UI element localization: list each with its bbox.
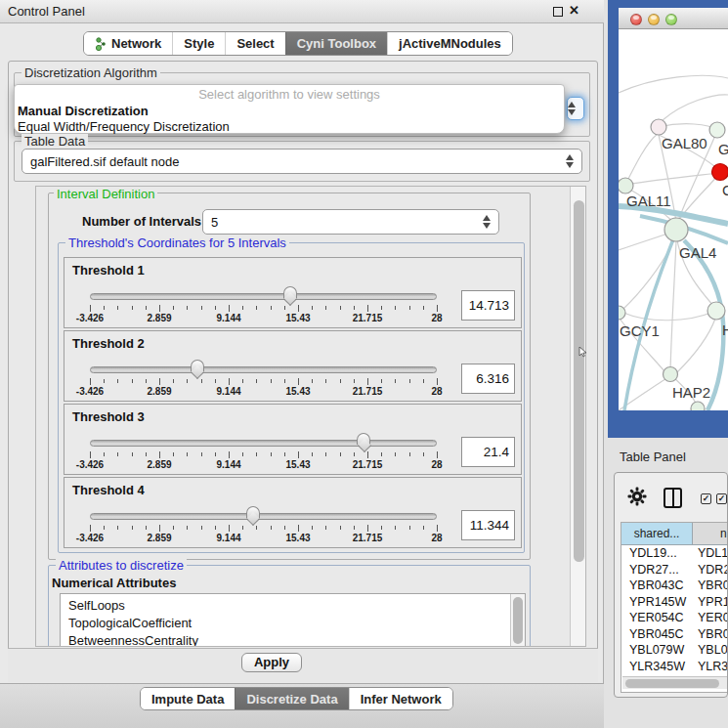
- threshold-value-field[interactable]: 6.316: [461, 364, 515, 394]
- float-window-icon[interactable]: [553, 7, 563, 17]
- tab-select[interactable]: Select: [225, 32, 284, 55]
- threshold-value-field[interactable]: 14.713: [461, 290, 515, 321]
- zoom-traffic-light[interactable]: [665, 14, 677, 25]
- gear-icon[interactable]: [627, 487, 647, 510]
- tab-discretize-data[interactable]: Discretize Data: [235, 688, 348, 709]
- number-of-intervals-value: 5: [211, 215, 218, 230]
- numerical-attributes-label: Numerical Attributes: [52, 576, 176, 590]
- numerical-attributes-list[interactable]: SelfLoopsTopologicalCoefficientBetweenne…: [60, 593, 526, 647]
- column-header-name[interactable]: n: [693, 523, 728, 545]
- cell-shared-name: YBR043C: [629, 578, 684, 592]
- network-icon: [95, 37, 107, 51]
- node[interactable]: [707, 302, 725, 320]
- threshold-label: Threshold 3: [72, 409, 145, 424]
- checkbox-icon[interactable]: ✓: [716, 493, 727, 504]
- apply-button[interactable]: Apply: [241, 653, 302, 672]
- attribute-list-item[interactable]: SelfLoops: [61, 597, 525, 615]
- node-hap2[interactable]: [664, 367, 678, 382]
- column-layout-icon[interactable]: [664, 488, 682, 508]
- tab-style[interactable]: Style: [172, 32, 225, 55]
- slider-track[interactable]: [90, 293, 437, 300]
- slider-tick-labels: -3.4262.8599.14415.4321.71528: [90, 313, 437, 324]
- tab-label: Discretize Data: [246, 692, 337, 707]
- tab-network[interactable]: Network: [84, 32, 172, 55]
- network-window-titlebar: [619, 8, 728, 29]
- table-panel-strip: Table Panel: [604, 438, 728, 472]
- cyni-mode-tab-bar: Impute Data Discretize Data Infer Networ…: [140, 687, 453, 710]
- control-panel-titlebar: Control Panel ✕: [0, 0, 604, 23]
- slider-track[interactable]: [90, 366, 437, 373]
- cell-shared-name: YPR145W: [629, 595, 686, 609]
- table-row[interactable]: YPR145WYPR1: [621, 594, 728, 611]
- table-horizontal-scrollbar[interactable]: [622, 676, 728, 689]
- table-row[interactable]: YLR345WYLR3: [621, 659, 728, 675]
- tab-impute-data[interactable]: Impute Data: [141, 688, 235, 709]
- close-icon[interactable]: ✕: [569, 3, 579, 18]
- algorithm-option-manual[interactable]: Manual Discretization: [18, 104, 149, 118]
- node-gal80[interactable]: [651, 119, 666, 135]
- table-row[interactable]: YBR043CYBR0: [621, 578, 728, 594]
- attributes-scrollbar[interactable]: [510, 594, 525, 647]
- apply-strip: [8, 648, 598, 682]
- checkbox-icon[interactable]: ✓: [701, 493, 711, 504]
- table-row[interactable]: YDR27...YDR2: [621, 562, 728, 578]
- number-of-intervals-combobox[interactable]: 5: [202, 209, 499, 235]
- network-view-window: GAL80 GA C GAL11 GAL4 GCY1 H HAP2: [608, 0, 728, 438]
- algorithm-option-equal-width[interactable]: Equal Width/Frequency Discretization: [18, 119, 230, 134]
- threshold-label: Threshold 2: [72, 336, 145, 351]
- slider-thumb[interactable]: [191, 360, 204, 371]
- minimize-traffic-light[interactable]: [648, 14, 660, 25]
- threshold-value-field[interactable]: 21.4: [461, 437, 515, 467]
- attribute-list-item[interactable]: BetweennessCentrality: [61, 632, 525, 647]
- table-row[interactable]: YBL079WYBL0: [621, 642, 728, 659]
- tab-jactivemnodules[interactable]: jActiveMNodules: [387, 32, 512, 55]
- close-traffic-light[interactable]: [630, 14, 642, 25]
- threshold-value-field[interactable]: 11.344: [461, 510, 515, 540]
- table-row[interactable]: YER054CYER0: [621, 610, 728, 626]
- settings-scrollbar[interactable]: [570, 187, 585, 646]
- slider-thumb[interactable]: [246, 506, 260, 518]
- slider-thumb[interactable]: [357, 433, 370, 445]
- control-panel-window: Control Panel ✕ Network Style Se: [0, 0, 604, 728]
- threshold-row: Threshold 3 -3.4262.8599.14415.4321.7152…: [64, 404, 522, 475]
- node[interactable]: [709, 122, 725, 138]
- node-selected-red[interactable]: [712, 164, 728, 181]
- interval-definition-title: Interval Definition: [54, 187, 157, 201]
- tab-infer-network[interactable]: Infer Network: [349, 688, 452, 709]
- stepper-arrows-icon: [483, 215, 492, 229]
- slider-thumb[interactable]: [283, 286, 297, 298]
- cell-shared-name: YLR345W: [629, 660, 685, 673]
- node-gal4[interactable]: [664, 218, 688, 241]
- tab-label: jActiveMNodules: [399, 36, 501, 51]
- cell-name: YER0: [698, 611, 728, 624]
- screen: Control Panel ✕ Network Style Se: [0, 0, 728, 728]
- cell-name: YLR3: [698, 660, 728, 673]
- cell-name: YBR0: [698, 627, 728, 641]
- node-attribute-table: shared... n YDL19...YDL1YDR27...YDR2YBR0…: [621, 522, 728, 693]
- algorithm-dropdown-popup: Select algorithm to view settings Manual…: [14, 84, 565, 134]
- cell-shared-name: YBL079W: [629, 643, 684, 657]
- cell-name: YDR2: [698, 563, 728, 577]
- node-label: GAL11: [626, 193, 671, 209]
- column-header-shared-name[interactable]: shared...: [621, 523, 693, 545]
- table-row[interactable]: YDL19...YDL1: [621, 545, 728, 562]
- algorithm-combobox-stepper[interactable]: [567, 97, 584, 120]
- table-row[interactable]: YBR045CYBR0: [621, 626, 728, 643]
- cell-shared-name: YDR27...: [629, 563, 679, 577]
- tab-cyni-toolbox[interactable]: Cyni Toolbox: [285, 32, 387, 55]
- tab-label: Impute Data: [151, 692, 224, 707]
- slider-track[interactable]: [90, 440, 437, 447]
- node-label: HAP2: [672, 384, 710, 401]
- algorithm-placeholder-option[interactable]: Select algorithm to view settings: [15, 87, 564, 102]
- node-gal11[interactable]: [619, 178, 633, 193]
- node[interactable]: [691, 402, 705, 410]
- slider-track[interactable]: [90, 513, 437, 520]
- slider-tick-labels: -3.4262.8599.14415.4321.71528: [90, 386, 437, 398]
- slider-tick-labels: -3.4262.8599.14415.4321.71528: [90, 459, 437, 471]
- attribute-list-item[interactable]: TopologicalCoefficient: [61, 615, 525, 632]
- slider-tick-labels: -3.4262.8599.14415.4321.71528: [90, 533, 437, 544]
- network-canvas[interactable]: GAL80 GA C GAL11 GAL4 GCY1 H HAP2: [619, 29, 728, 410]
- settings-scrollpane: Interval Definition Number of Intervals …: [35, 186, 586, 647]
- table-data-combobox[interactable]: galFiltered.sif default node: [21, 149, 582, 174]
- cell-shared-name: YBR045C: [629, 627, 684, 641]
